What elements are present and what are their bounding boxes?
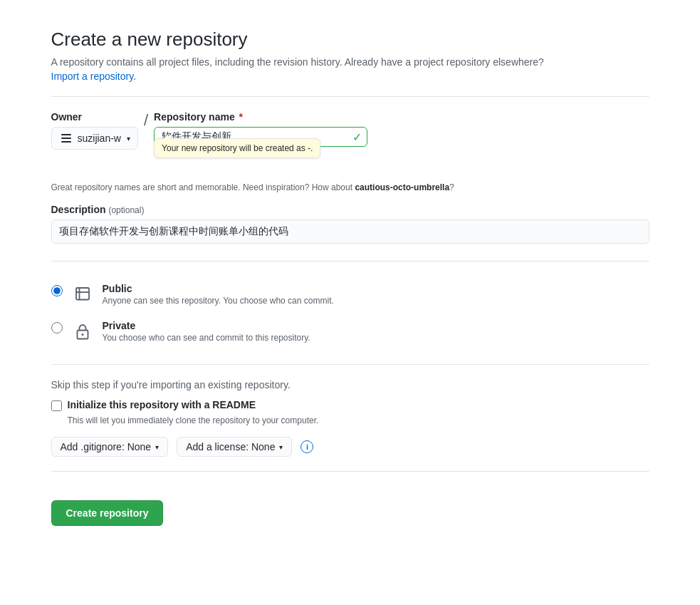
- svg-rect-0: [61, 134, 71, 135]
- init-skip-hint: Skip this step if you're importing an ex…: [51, 379, 649, 391]
- divider-init: [51, 364, 649, 365]
- gitignore-label: Add .gitignore: None: [61, 441, 152, 453]
- owner-chevron-icon: ▾: [127, 135, 130, 143]
- divider-bottom: [51, 471, 649, 472]
- owner-repo-separator: /: [138, 111, 154, 130]
- divider-top: [51, 96, 649, 97]
- license-chevron-icon: ▾: [279, 443, 283, 451]
- license-dropdown[interactable]: Add a license: None ▾: [177, 437, 292, 457]
- visibility-public-option: Public Anyone can see this repository. Y…: [51, 276, 649, 313]
- visibility-private-radio[interactable]: [51, 322, 63, 333]
- license-label: Add a license: None: [186, 441, 275, 453]
- owner-dropdown[interactable]: suzijian-w ▾: [51, 127, 138, 150]
- repo-name-tooltip: Your new repository will be created as -…: [154, 138, 320, 158]
- owner-icon: [59, 131, 73, 145]
- gitignore-chevron-icon: ▾: [155, 443, 159, 451]
- description-section: Description (optional): [51, 204, 649, 244]
- svg-rect-2: [61, 141, 71, 143]
- visibility-private-text: Private You choose who can see and commi…: [103, 320, 310, 343]
- private-desc: You choose who can see and commit to thi…: [103, 333, 310, 343]
- description-optional: (optional): [108, 205, 144, 215]
- public-desc: Anyone can see this repository. You choo…: [103, 296, 334, 306]
- init-readme-checkbox[interactable]: [51, 400, 62, 411]
- info-icon[interactable]: i: [301, 440, 313, 453]
- init-readme-desc: This will let you immediately clone the …: [68, 415, 649, 425]
- public-label: Public: [103, 283, 334, 294]
- owner-label: Owner: [51, 111, 138, 123]
- extra-options-row: Add .gitignore: None ▾ Add a license: No…: [51, 437, 649, 457]
- divider-visibility: [51, 261, 649, 262]
- public-repo-icon: [71, 283, 94, 306]
- visibility-public-radio[interactable]: [51, 285, 63, 296]
- description-label: Description (optional): [51, 204, 145, 215]
- init-section: Skip this step if you're importing an ex…: [51, 379, 649, 457]
- svg-rect-3: [76, 288, 89, 300]
- owner-value: suzijian-w: [78, 133, 121, 144]
- page-title: Create a new repository: [51, 29, 649, 51]
- svg-rect-1: [61, 138, 71, 139]
- repo-name-hint: Great repository names are short and mem…: [51, 182, 649, 192]
- private-repo-icon: [71, 320, 94, 343]
- import-link[interactable]: Import a repository.: [51, 71, 137, 82]
- private-label: Private: [103, 320, 310, 331]
- required-indicator: *: [239, 111, 243, 123]
- valid-check-icon: ✓: [352, 130, 362, 144]
- init-readme-label[interactable]: Initialize this repository with a README: [68, 399, 256, 410]
- gitignore-dropdown[interactable]: Add .gitignore: None ▾: [51, 437, 169, 457]
- readme-checkbox-row: Initialize this repository with a README: [51, 399, 649, 411]
- visibility-section: Public Anyone can see this repository. Y…: [51, 276, 649, 350]
- visibility-public-text: Public Anyone can see this repository. Y…: [103, 283, 334, 306]
- description-input[interactable]: [51, 219, 649, 244]
- suggested-name: cautious-octo-umbrella: [355, 182, 449, 192]
- page-subtitle: A repository contains all project files,…: [51, 56, 649, 68]
- visibility-private-option: Private You choose who can see and commi…: [51, 313, 649, 350]
- svg-point-8: [81, 333, 83, 336]
- repo-name-label: Repository name *: [154, 111, 367, 123]
- create-repository-button[interactable]: Create repository: [51, 500, 164, 526]
